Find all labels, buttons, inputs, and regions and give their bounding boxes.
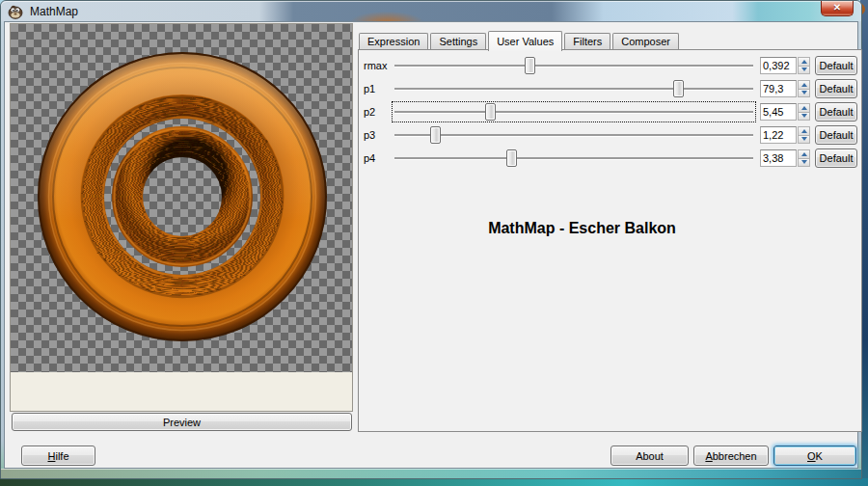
slider-thumb[interactable] <box>506 149 517 167</box>
default-button[interactable]: Default <box>815 56 857 75</box>
param-value-input[interactable] <box>760 103 797 121</box>
slider-thumb[interactable] <box>485 103 496 121</box>
tab-expression[interactable]: Expression <box>359 33 428 50</box>
close-icon[interactable]: ✕ <box>821 1 854 16</box>
spin-down-icon[interactable] <box>798 90 810 98</box>
spinner <box>798 149 810 167</box>
param-label: p2 <box>364 106 393 118</box>
gimp-wilber-icon <box>8 4 23 19</box>
spin-down-icon[interactable] <box>798 136 810 145</box>
user-values-list: rmax Default p1 <box>359 50 861 170</box>
param-slider[interactable] <box>393 79 755 98</box>
default-button[interactable]: Default <box>815 79 857 98</box>
tab-bar: Expression Settings User Values Filters … <box>359 30 681 50</box>
tab-composer[interactable]: Composer <box>612 33 679 50</box>
param-label: rmax <box>364 60 393 71</box>
param-value-input[interactable] <box>760 149 797 167</box>
tab-user-values[interactable]: User Values <box>488 31 562 51</box>
param-label: p4 <box>364 152 393 164</box>
tab-filters[interactable]: Filters <box>564 33 610 50</box>
default-button[interactable]: Default <box>815 148 857 168</box>
slider-thumb[interactable] <box>525 57 535 74</box>
spin-up-icon[interactable] <box>798 126 810 136</box>
param-slider[interactable] <box>393 125 755 145</box>
cancel-button[interactable]: Abbrechen <box>693 446 769 466</box>
user-value-row-p2: p2 Default <box>364 100 857 123</box>
param-slider[interactable] <box>393 148 755 168</box>
spinner <box>798 57 810 74</box>
spinner <box>798 103 810 121</box>
user-value-row-p1: p1 Default <box>364 77 857 100</box>
torus-render <box>11 24 352 372</box>
param-label: p3 <box>364 129 393 141</box>
dialog-client-area: Preview Expression Settings User Values … <box>4 21 858 469</box>
tab-settings[interactable]: Settings <box>430 33 486 50</box>
param-value-input[interactable] <box>760 80 797 97</box>
param-slider[interactable] <box>393 102 755 122</box>
slider-track <box>394 157 753 159</box>
param-value-input[interactable] <box>760 57 797 74</box>
slider-track <box>394 111 753 113</box>
user-value-row-p4: p4 Default <box>364 147 857 170</box>
param-label: p1 <box>364 83 393 94</box>
spin-up-icon[interactable] <box>798 57 810 67</box>
user-value-row-p3: p3 Default <box>364 123 857 147</box>
title-bar[interactable]: MathMap ✕ <box>1 1 861 21</box>
spin-up-icon[interactable] <box>798 103 810 113</box>
spin-down-icon[interactable] <box>798 113 810 122</box>
ok-button[interactable]: OK <box>773 446 856 466</box>
param-slider[interactable] <box>393 56 755 75</box>
slider-track <box>394 88 753 90</box>
spin-down-icon[interactable] <box>798 159 810 168</box>
default-button[interactable]: Default <box>815 102 857 122</box>
preview-button[interactable]: Preview <box>12 413 352 431</box>
user-values-panel: rmax Default p1 <box>358 49 862 432</box>
desktop-wallpaper-bottom <box>0 478 868 486</box>
window-bottom-border <box>1 469 861 478</box>
spinner <box>798 126 810 144</box>
user-value-row-rmax: rmax Default <box>364 54 857 77</box>
desktop: MathMap ✕ <box>0 0 868 486</box>
filter-title-text: MathMap - Escher Balkon <box>359 220 805 237</box>
mathmap-window: MathMap ✕ <box>0 0 862 479</box>
slider-thumb[interactable] <box>673 80 684 97</box>
preview-frame <box>10 23 353 412</box>
preview-image[interactable] <box>11 24 352 372</box>
spinner <box>798 80 810 97</box>
help-button[interactable]: Hilfe <box>21 446 95 466</box>
spin-down-icon[interactable] <box>798 67 810 75</box>
spin-up-icon[interactable] <box>798 149 810 159</box>
slider-track <box>394 65 753 67</box>
window-title: MathMap <box>30 5 78 18</box>
about-button[interactable]: About <box>610 446 689 466</box>
spin-up-icon[interactable] <box>798 80 810 90</box>
default-button[interactable]: Default <box>815 125 857 145</box>
slider-thumb[interactable] <box>430 126 441 144</box>
param-value-input[interactable] <box>760 126 797 144</box>
slider-track <box>394 134 753 136</box>
